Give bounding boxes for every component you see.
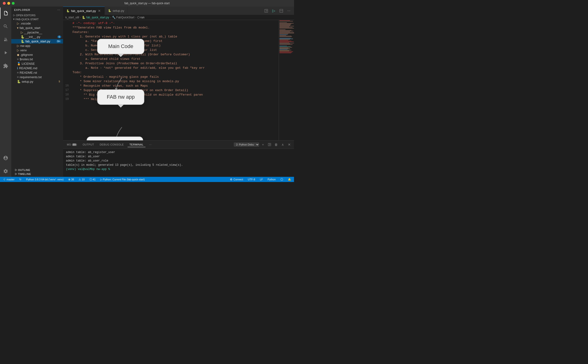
status-notifications[interactable]: 🔔 <box>287 177 292 182</box>
minimap-content <box>279 20 294 140</box>
outline-section[interactable]: ▷ OUTLINE <box>11 168 63 172</box>
terminal-tab-output[interactable]: OUTPUT <box>81 142 96 147</box>
terminal-selector[interactable]: 2: Python Debu <box>234 143 259 147</box>
terminal-tab-terminal[interactable]: TERMINAL <box>128 142 145 147</box>
code-content[interactable]: # -*- coding: utf-8 -*- """Generates FAB… <box>63 20 279 140</box>
file-item[interactable]: ▷ venv <box>11 48 63 52</box>
tab-close-button[interactable]: ✕ <box>97 9 101 13</box>
status-sync[interactable]: ↻ <box>18 177 22 182</box>
file-badge: 9 <box>58 80 61 83</box>
activity-run[interactable] <box>0 47 11 58</box>
terminal-split-button[interactable] <box>267 142 272 147</box>
sidebar-header: Explorer ··· <box>11 6 63 13</box>
status-warnings[interactable]: ⚠ 10 <box>78 177 85 182</box>
code-line: * OrderDetail - magnifying glass page fa… <box>63 75 279 79</box>
status-run[interactable]: ▷ Python: Current File (fab-quick-start) <box>99 177 146 182</box>
ms-badge: 89 <box>72 143 77 146</box>
terminal-tab-more[interactable]: ··· <box>147 142 154 147</box>
breadcrumb-item[interactable]: 🔧 FabQuickStart <box>112 16 134 19</box>
tab-fab-quick-start[interactable]: 🐍 fab_quick_start.py ✕ <box>63 6 105 15</box>
file-item[interactable]: ℹ README.md <box>11 66 63 70</box>
terminal-close-button[interactable]: ✕ <box>286 142 292 147</box>
traffic-lights[interactable] <box>3 2 15 5</box>
file-badge: 9+ <box>56 40 61 43</box>
tab-setup[interactable]: 🐍 setup.py <box>105 6 128 15</box>
activity-explorer[interactable] <box>0 7 11 19</box>
timeline-section[interactable]: ▷ TIMELINE <box>11 172 63 176</box>
active-file-item[interactable]: 🐍 fab_quick_start.py 9+ <box>11 39 63 44</box>
file-item[interactable]: ▾ fab_quick_start <box>11 26 63 30</box>
warning-count: ⚠ 10 <box>79 178 84 181</box>
file-item[interactable]: ≡ $notes.txt <box>11 57 63 61</box>
file-item[interactable]: 🏅 LICENSE <box>11 61 63 66</box>
editor-container: # -*- coding: utf-8 -*- """Generates FAB… <box>63 20 294 140</box>
breadcrumb-item[interactable]: k_start_util <box>65 16 79 19</box>
file-item[interactable]: ▷ .vscode <box>11 21 63 26</box>
status-feedback[interactable] <box>279 177 284 182</box>
tab-spacer <box>128 6 261 15</box>
activity-extensions[interactable] <box>0 60 11 72</box>
python-icon: 🐍 <box>21 39 25 43</box>
file-item[interactable]: ▷ __pycache__ <box>11 30 63 35</box>
terminal-line: table(s) in model; generated 13 page(s),… <box>66 163 291 167</box>
code-line: b. Numeric keyfields last (none for list… <box>63 43 279 48</box>
status-errors[interactable]: ⊗ 38 <box>67 177 75 182</box>
status-bar: master ↻ Python 3.8.3 64-bit ('venv': ve… <box>0 177 294 182</box>
sidebar-menu[interactable]: ··· <box>58 8 60 11</box>
file-item[interactable]: 🐍 setup.py 9 <box>11 79 63 84</box>
run-button[interactable]: ▷ <box>271 7 277 14</box>
file-item[interactable]: ▷ nw-app <box>11 44 63 48</box>
status-python[interactable]: Python 3.8.3 64-bit ('venv': venv) <box>25 177 65 182</box>
toggle-panel-button[interactable] <box>278 7 284 14</box>
status-branch[interactable]: master <box>2 177 16 182</box>
code-line: # -*- coding: utf-8 -*- <box>63 21 279 26</box>
project-section[interactable]: ▾ FAB-QUICK-START <box>11 17 63 21</box>
minimap <box>279 20 294 140</box>
license-icon: 🏅 <box>17 62 21 65</box>
open-editors-section[interactable]: ▷ OPEN EDITORS <box>11 13 63 17</box>
terminal-line: admin table: ab_user_role <box>66 159 291 163</box>
status-info[interactable]: ⓘ 41 <box>89 177 97 182</box>
terminal-trash-button[interactable]: 🗑 <box>273 142 279 147</box>
status-line-ending[interactable]: LF <box>259 177 264 182</box>
breadcrumb-item[interactable]: 🐍 fab_quick_start.py <box>82 16 109 19</box>
chevron-right-icon: ▷ <box>15 168 17 171</box>
maximize-button[interactable] <box>12 2 15 5</box>
file-item[interactable]: ≡ README.rst <box>11 70 63 75</box>
breadcrumb-item[interactable]: ⬡ run <box>137 16 144 19</box>
file-item[interactable]: 🐍 __init__.py 6 <box>11 35 63 39</box>
terminal-tab-ms[interactable]: MS 89 <box>65 142 79 147</box>
git-icon: ◆ <box>17 53 19 57</box>
status-connect[interactable]: Connect <box>229 177 244 182</box>
activity-settings[interactable] <box>0 166 11 177</box>
folder-icon: ▷ <box>17 48 19 52</box>
tab-bar: 🐍 fab_quick_start.py ✕ 🐍 setup.py ▷ · <box>63 6 294 15</box>
terminal-add-button[interactable]: + <box>260 142 266 147</box>
close-button[interactable] <box>3 2 6 5</box>
status-language[interactable]: Python <box>267 177 277 182</box>
language-label: Python <box>268 178 276 181</box>
terminal-collapse-button[interactable]: ∧ <box>280 142 285 147</box>
terminal-input-line[interactable]: (venv) val@valMbp nw-app % <box>66 167 291 171</box>
file-item[interactable]: ◆ .gitignore <box>11 52 63 57</box>
tab-py-icon: 🐍 <box>108 9 111 12</box>
terminal-line: admin table: ab_register_user <box>66 150 291 155</box>
terminal-content[interactable]: admin table: ab_register_user admin tabl… <box>63 149 294 177</box>
terminal-tab-debug[interactable]: DEBUG CONSOLE <box>98 142 125 147</box>
code-line: Features: <box>63 30 279 34</box>
activity-search[interactable] <box>0 21 11 32</box>
minimize-button[interactable] <box>7 2 10 5</box>
split-editor-button[interactable] <box>263 7 270 14</box>
svg-point-0 <box>230 179 232 180</box>
code-line: a. "Favorite" fields (contains name) fir… <box>63 39 279 43</box>
activity-git[interactable] <box>0 34 11 45</box>
error-count: ⊗ 38 <box>68 178 74 181</box>
status-encoding[interactable]: UTF-8 <box>247 177 256 182</box>
more-actions-button[interactable]: ··· <box>285 7 292 14</box>
branch-name: master <box>6 178 15 181</box>
activity-account[interactable] <box>0 152 11 164</box>
app-body: Explorer ··· ▷ OPEN EDITORS ▾ FAB-QUICK-… <box>0 6 294 177</box>
python-icon: 🐍 <box>17 80 21 83</box>
editor-area[interactable]: # -*- coding: utf-8 -*- """Generates FAB… <box>63 20 279 140</box>
file-item[interactable]: ≡ requirements.txt <box>11 75 63 79</box>
